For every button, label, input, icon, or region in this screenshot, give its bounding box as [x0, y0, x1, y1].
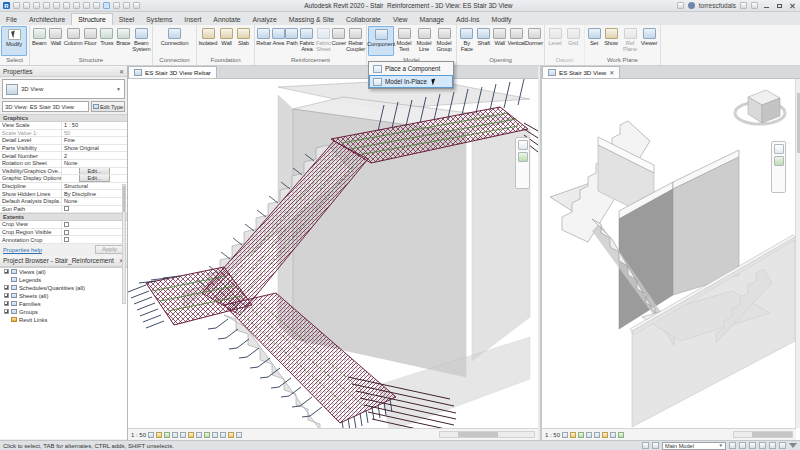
tree-item-sheets[interactable]: Sheets (all): [0, 292, 127, 300]
edit-type-button[interactable]: Edit Type: [91, 101, 125, 112]
view-cube[interactable]: [735, 90, 785, 124]
expand-icon[interactable]: [4, 293, 9, 298]
rebar-3d-canvas[interactable]: [128, 79, 538, 428]
reveal-constraints-icon[interactable]: [236, 432, 242, 438]
tab-close-icon[interactable]: ✕: [609, 69, 614, 76]
tree-item-views[interactable]: Views (all): [0, 268, 127, 276]
brace-button[interactable]: Brace: [115, 26, 132, 56]
horizontal-scrollbar[interactable]: [439, 431, 535, 438]
section-graphics[interactable]: Graphics: [0, 114, 127, 122]
maximize-button[interactable]: [775, 2, 784, 10]
properties-scrollbar[interactable]: [122, 184, 126, 304]
modify-button[interactable]: Modify: [1, 26, 27, 56]
rebar-coupler-button[interactable]: Rebar Coupler: [346, 26, 365, 56]
property-row[interactable]: Detail LevelFine: [0, 137, 127, 145]
crop-region-icon[interactable]: [188, 432, 194, 438]
group-label-reinforcement[interactable]: Reinforcement: [255, 56, 366, 65]
property-row[interactable]: Detail Number2: [0, 152, 127, 160]
set-button[interactable]: Set: [586, 26, 602, 56]
tab-structure[interactable]: Structure: [71, 13, 113, 25]
tree-item-legends[interactable]: Legends: [0, 276, 127, 284]
wall-foundation-button[interactable]: Wall: [218, 26, 235, 56]
sun-path-icon[interactable]: [164, 432, 170, 438]
tree-item-schedules[interactable]: Schedules/Quantities (all): [0, 284, 127, 292]
vg-overrides-edit-button[interactable]: Edit...: [79, 168, 111, 175]
property-row[interactable]: Parts VisibilityShow Original: [0, 145, 127, 153]
show-button[interactable]: Show: [602, 26, 620, 56]
steering-wheel-icon[interactable]: [774, 144, 784, 154]
type-selector[interactable]: 3D View ▼: [2, 79, 125, 99]
sun-path-checkbox[interactable]: [64, 206, 69, 211]
redo-icon[interactable]: [43, 2, 50, 9]
help-icon[interactable]: [751, 2, 758, 9]
isolated-button[interactable]: Isolated: [198, 26, 218, 56]
tab-annotate[interactable]: Annotate: [207, 14, 246, 25]
menu-item-model-in-place[interactable]: Model In-Place: [369, 75, 453, 88]
worksets-icon[interactable]: [642, 442, 649, 449]
property-row[interactable]: Crop Region Visible: [0, 229, 127, 237]
open-icon[interactable]: [13, 2, 20, 9]
close-button[interactable]: [788, 2, 797, 10]
expand-icon[interactable]: [4, 309, 9, 314]
property-row[interactable]: Graphic Display OptionsEdit...: [0, 175, 127, 183]
tab-addins[interactable]: Add-Ins: [450, 14, 485, 25]
group-label-select[interactable]: Select: [0, 56, 29, 65]
text-icon[interactable]: [93, 2, 100, 9]
exclude-options-icon[interactable]: [729, 442, 736, 449]
drag-on-selection-icon[interactable]: [779, 442, 786, 449]
scale-button[interactable]: 1 : 50: [545, 432, 560, 438]
temporary-hide-icon[interactable]: [196, 432, 202, 438]
tab-analyze[interactable]: Analyze: [247, 14, 283, 25]
expand-icon[interactable]: [4, 285, 9, 290]
select-links-icon[interactable]: [749, 442, 756, 449]
app-store-icon[interactable]: [740, 2, 747, 9]
tree-item-groups[interactable]: Groups: [0, 308, 127, 316]
temporary-hide-icon[interactable]: [610, 432, 616, 438]
detail-level-icon[interactable]: [562, 432, 568, 438]
measure-icon[interactable]: [63, 2, 70, 9]
zoom-icon[interactable]: [518, 152, 528, 162]
area-button[interactable]: Area: [272, 26, 286, 56]
property-row[interactable]: Crop View: [0, 221, 127, 229]
tag-icon[interactable]: [83, 2, 90, 9]
shaft-button[interactable]: Shaft: [475, 26, 492, 56]
menu-item-place-a-component[interactable]: Place a Component: [369, 62, 453, 75]
qat-customize-icon[interactable]: [133, 2, 140, 9]
vertical-scrollbar[interactable]: [795, 79, 800, 428]
view-tab-rebar[interactable]: ES Stair 3D View Rebar: [128, 66, 217, 78]
property-row[interactable]: Show Hidden LinesBy Discipline: [0, 190, 127, 198]
tab-architecture[interactable]: Architecture: [23, 14, 71, 25]
select-by-face-icon[interactable]: [769, 442, 776, 449]
expand-icon[interactable]: [4, 301, 9, 306]
tab-file[interactable]: File: [0, 14, 23, 25]
crop-view-icon[interactable]: [594, 432, 600, 438]
instance-selector[interactable]: 3D View: ES Stair 3D View: [2, 101, 89, 112]
floor-button[interactable]: Floor: [82, 26, 99, 56]
apply-button[interactable]: Apply: [95, 245, 124, 254]
aligned-dimension-icon[interactable]: [73, 2, 80, 9]
property-row[interactable]: Default Analysis Displa...None: [0, 198, 127, 206]
rebar-button[interactable]: Rebar: [256, 26, 272, 56]
dormer-button[interactable]: Dormer: [525, 26, 543, 56]
tab-systems[interactable]: Systems: [140, 14, 178, 25]
wall-button[interactable]: Wall: [48, 26, 65, 56]
truss-button[interactable]: Truss: [99, 26, 116, 56]
by-face-button[interactable]: By Face: [458, 26, 475, 56]
navigation-bar[interactable]: [515, 137, 530, 189]
wall-opening-button[interactable]: Wall: [492, 26, 508, 56]
expand-icon[interactable]: [4, 269, 9, 274]
design-option-select[interactable]: Main Model▼: [662, 442, 726, 450]
fabric-area-button[interactable]: Fabric Area: [299, 26, 315, 56]
horizontal-scrollbar[interactable]: [733, 431, 793, 438]
visual-style-icon[interactable]: [570, 432, 576, 438]
properties-palette-header[interactable]: Properties✕: [0, 66, 127, 77]
tab-manage[interactable]: Manage: [413, 14, 450, 25]
select-pinned-icon[interactable]: [759, 442, 766, 449]
model-line-button[interactable]: Model Line: [414, 26, 434, 56]
property-row[interactable]: Visibility/Graphics Ove...Edit...: [0, 168, 127, 176]
worksharing-display-icon[interactable]: [212, 432, 218, 438]
graphic-display-edit-button[interactable]: Edit...: [79, 175, 111, 182]
vertical-opening-button[interactable]: Vertical: [508, 26, 525, 56]
temporary-view-properties-icon[interactable]: [220, 432, 226, 438]
tree-item-revit-links[interactable]: Revit Links: [0, 316, 127, 324]
